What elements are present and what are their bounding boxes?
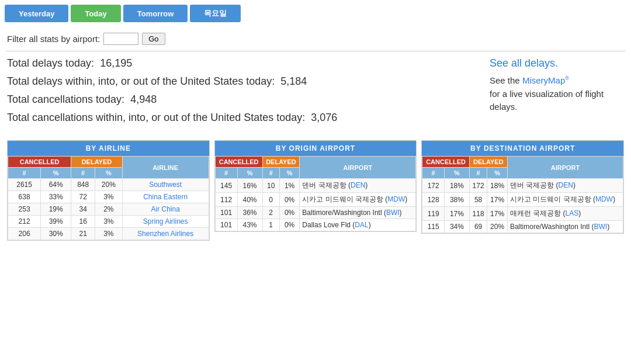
- total-cancellations-label: Total cancellations today:: [7, 93, 124, 105]
- stats-right: See all delays. See the MiseryMap® for a…: [484, 57, 624, 130]
- airline-c-pct: 33%: [41, 191, 71, 203]
- airport-filter-input[interactable]: [103, 33, 138, 45]
- c-num-header: #: [8, 168, 41, 179]
- dest-airport-col-header: AIRPORT: [507, 157, 623, 179]
- total-cancellations-value: 4,948: [127, 93, 157, 105]
- dest-airport-name[interactable]: 매캐런 국제공항 (LAS): [507, 207, 623, 221]
- origin-d-num: 10: [262, 179, 279, 193]
- dest-d-pct: 17%: [487, 193, 508, 207]
- destination-row: 119 17% 118 17% 매캐런 국제공항 (LAS): [422, 207, 623, 221]
- airline-d-pct: 3%: [95, 228, 123, 240]
- stats-left: Total delays today: 16,195 Total delays …: [7, 57, 472, 130]
- dest-d-pct: 18%: [487, 179, 508, 193]
- origin-airport-col-header: AIRPORT: [300, 157, 416, 179]
- dest-c-num: 128: [422, 193, 445, 207]
- us-delays-row: Total delays within, into, or out of the…: [7, 75, 472, 88]
- dest-d-num: 172: [469, 179, 487, 193]
- origin-airport-name[interactable]: 덴버 국제공항 (DEN): [300, 179, 416, 193]
- origin-table: Cancelled Delayed AIRPORT # % # % 145 16…: [215, 156, 417, 231]
- origin-d-pct: 0%: [279, 219, 299, 231]
- by-airline-header: BY AIRLINE: [8, 141, 209, 156]
- by-origin-header: BY ORIGIN AIRPORT: [215, 141, 417, 156]
- airline-row: 638 33% 72 3% China Eastern: [8, 191, 209, 203]
- origin-airport-name[interactable]: 시카고 미드웨이 국제공항 (MDW): [300, 193, 416, 207]
- us-cancellations-value: 3,076: [308, 112, 337, 123]
- filter-go-button[interactable]: Go: [142, 33, 165, 45]
- airline-c-pct: 64%: [41, 179, 71, 191]
- origin-d-pct: 0%: [279, 207, 299, 219]
- airline-row: 212 39% 16 3% Spring Airlines: [8, 216, 209, 228]
- dest-d-num: 69: [469, 221, 487, 233]
- airline-name[interactable]: Spring Airlines: [122, 216, 209, 228]
- yesterday-button[interactable]: Yesterday: [5, 5, 68, 22]
- dest-d-pct: 20%: [487, 221, 508, 233]
- dest-airport-name[interactable]: 시카고 미드웨이 국제공항 (MDW): [507, 193, 623, 207]
- airline-col-header: AIRLINE: [122, 157, 209, 179]
- origin-d-num: 0: [262, 193, 279, 207]
- airline-row: 206 30% 21 3% Shenzhen Airlines: [8, 228, 209, 240]
- airline-c-num: 253: [8, 203, 41, 216]
- misery-map-link[interactable]: MiseryMap®: [522, 75, 569, 85]
- tomorrow-button[interactable]: Tomorrow: [123, 5, 188, 22]
- by-destination-header: BY DESTINATION AIRPORT: [422, 141, 623, 156]
- dest-cancelled-header: Cancelled: [422, 157, 470, 168]
- origin-d-pct: 0%: [279, 193, 299, 207]
- airline-c-pct: 19%: [41, 203, 71, 216]
- d-num-header: #: [71, 168, 95, 179]
- total-delays-value: 16,195: [97, 57, 132, 69]
- airline-table: Cancelled Delayed AIRLINE # % # % 2615 6…: [8, 156, 209, 240]
- tables-section: BY AIRLINE Cancelled Delayed AIRLINE # %…: [0, 136, 631, 245]
- dest-airport-name[interactable]: 덴버 국제공항 (DEN): [507, 179, 623, 193]
- misery-map-text: See the MiseryMap® for a live visualizat…: [490, 74, 624, 114]
- by-destination-block: BY DESTINATION AIRPORT Cancelled Delayed…: [421, 140, 624, 234]
- by-origin-block: BY ORIGIN AIRPORT Cancelled Delayed AIRP…: [214, 140, 417, 232]
- destination-row: 128 38% 58 17% 시카고 미드웨이 국제공항 (MDW): [422, 193, 623, 207]
- origin-c-num: 101: [215, 207, 237, 219]
- dest-airport-name[interactable]: Baltimore/Washington Intl (BWI): [507, 221, 623, 233]
- today-button[interactable]: Today: [71, 5, 120, 22]
- us-cancellations-label: Total cancellations within, into, or out…: [7, 112, 305, 123]
- us-cancellations-row: Total cancellations within, into, or out…: [7, 112, 472, 124]
- destination-table: Cancelled Delayed AIRPORT # % # % 172 18…: [422, 156, 623, 233]
- origin-row: 145 16% 10 1% 덴버 국제공항 (DEN): [215, 179, 416, 193]
- origin-row: 101 43% 1 0% Dallas Love Fld (DAL): [215, 219, 416, 231]
- origin-airport-name[interactable]: Baltimore/Washington Intl (BWI): [300, 207, 416, 219]
- origin-c-pct: 36%: [237, 207, 262, 219]
- airline-name[interactable]: China Eastern: [122, 191, 209, 203]
- origin-c-num: 145: [215, 179, 237, 193]
- korean-button[interactable]: 목요일: [190, 5, 241, 22]
- airline-name[interactable]: Shenzhen Airlines: [122, 228, 209, 240]
- us-delays-value: 5,184: [278, 75, 307, 87]
- airline-d-num: 21: [71, 228, 95, 240]
- origin-delayed-header: Delayed: [262, 157, 300, 168]
- dest-d-pct: 17%: [487, 207, 508, 221]
- filter-bar: Filter all stats by airport: Go: [0, 27, 631, 51]
- airline-c-pct: 39%: [41, 216, 71, 228]
- airline-d-num: 848: [71, 179, 95, 191]
- top-navigation: Yesterday Today Tomorrow 목요일: [0, 0, 631, 27]
- origin-cancelled-header: Cancelled: [215, 157, 262, 168]
- origin-airport-name[interactable]: Dallas Love Fld (DAL): [300, 219, 416, 231]
- by-airline-block: BY AIRLINE Cancelled Delayed AIRLINE # %…: [7, 140, 210, 241]
- registered-mark: ®: [565, 75, 569, 81]
- dest-d-num: 118: [469, 207, 487, 221]
- misery-text-1: See the: [490, 75, 522, 85]
- airline-c-num: 206: [8, 228, 41, 240]
- airline-c-pct: 30%: [41, 228, 71, 240]
- airline-name[interactable]: Air China: [122, 203, 209, 216]
- us-delays-label: Total delays within, into, or out of the…: [7, 75, 275, 87]
- dest-delayed-header: Delayed: [469, 157, 507, 168]
- airline-name[interactable]: Southwest: [122, 179, 209, 191]
- airline-d-num: 16: [71, 216, 95, 228]
- cancelled-header: Cancelled: [8, 157, 71, 168]
- total-delays-label: Total delays today:: [7, 57, 94, 69]
- see-all-delays-link[interactable]: See all delays.: [490, 57, 624, 70]
- airline-d-pct: 3%: [95, 191, 123, 203]
- origin-row: 112 40% 0 0% 시카고 미드웨이 국제공항 (MDW): [215, 193, 416, 207]
- airline-c-num: 212: [8, 216, 41, 228]
- c-pct-header: %: [41, 168, 71, 179]
- origin-row: 101 36% 2 0% Baltimore/Washington Intl (…: [215, 207, 416, 219]
- d-pct-header: %: [95, 168, 123, 179]
- total-delays-row: Total delays today: 16,195: [7, 57, 472, 70]
- origin-d-num: 1: [262, 219, 279, 231]
